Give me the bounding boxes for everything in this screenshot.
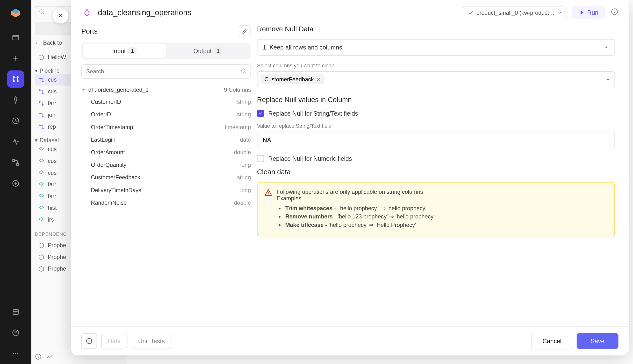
diagnostics-button[interactable] (81, 333, 97, 349)
tab-output[interactable]: Output 1 (166, 44, 250, 58)
string-replace-input[interactable] (257, 132, 615, 148)
col-row[interactable]: OrderIDstring (81, 108, 251, 121)
ports-title: Ports (81, 27, 98, 35)
col-row[interactable]: CustomerIDstring (81, 96, 251, 108)
col-row[interactable]: LastLogindate (81, 134, 251, 146)
col-row[interactable]: OrderTimestamptimestamp (81, 121, 251, 133)
ports-tabs: Input 1 Output 1 (81, 42, 251, 59)
run-button[interactable]: Run (572, 6, 605, 19)
fabric-name: product_small_0 (kw-product… (476, 10, 555, 16)
warn-box: Following operations are only applicable… (257, 182, 615, 236)
tab-input[interactable]: Input 1 (83, 44, 166, 58)
svg-point-36 (242, 69, 245, 72)
ports-search-input[interactable] (81, 64, 251, 78)
check-string-null[interactable] (257, 110, 264, 117)
warn-icon (264, 188, 272, 230)
col-row[interactable]: OrderAmountdouble (81, 146, 251, 158)
info-icon[interactable] (610, 8, 618, 18)
output-count: 1 (214, 47, 222, 54)
gem-modal: data_cleansing_operations product_small_… (71, 0, 629, 355)
replace-null-heading: Replace Null values in Column (257, 96, 615, 104)
edit-ports-button[interactable] (239, 25, 251, 37)
chevron-down-icon (557, 10, 562, 15)
col-row[interactable]: RandomNoisedouble (81, 196, 251, 209)
input-count: 1 (128, 47, 137, 54)
column-count: 9 Columns (224, 86, 251, 93)
select-columns-label: Select columns you want to clean (257, 62, 615, 68)
clean-data-heading: Clean data (257, 168, 615, 176)
col-row[interactable]: DeliveryTimeInDayslong (81, 184, 251, 196)
check-numeric-label: Replace Null for Numeric fields (268, 155, 352, 162)
chip-remove-icon[interactable]: ✕ (316, 76, 321, 82)
col-row[interactable]: CustomerFeedbackstring (81, 171, 251, 184)
search-icon (240, 68, 246, 76)
data-button[interactable]: Data (101, 334, 127, 348)
fabric-select[interactable]: product_small_0 (kw-product… (463, 6, 567, 19)
gem-title: data_cleansing_operations (98, 8, 458, 17)
unit-tests-button[interactable]: Unit Tests (132, 334, 171, 348)
col-row[interactable]: OrderQuantitylong (81, 158, 251, 171)
df-toggle[interactable]: df : orders_generated_1 (81, 86, 149, 93)
close-button[interactable] (53, 8, 68, 24)
remove-null-heading: Remove Null Data (257, 25, 615, 33)
null-strategy-select[interactable]: 1. Keep all rows and columns (257, 39, 615, 56)
columns-select[interactable]: CustomerFeedback ✕ (257, 71, 615, 88)
check-string-label: Replace Null for String/Text fields (268, 110, 358, 117)
column-chip: CustomerFeedback ✕ (261, 74, 325, 84)
check-numeric-null[interactable] (257, 155, 264, 162)
save-button[interactable]: Save (577, 333, 618, 349)
cancel-button[interactable]: Cancel (531, 333, 572, 349)
gem-drop-icon (81, 7, 93, 18)
value-input-label: Value to replace String/Text field (257, 123, 615, 129)
